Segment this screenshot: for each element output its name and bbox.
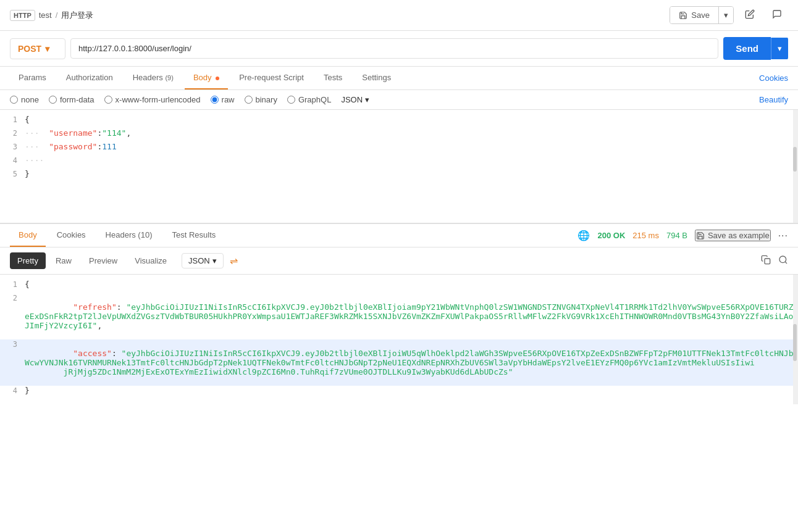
tab-pre-request[interactable]: Pre-request Script	[230, 67, 313, 89]
urlencoded-label: x-www-form-urlencoded	[116, 95, 201, 104]
tab-authorization[interactable]: Authorization	[57, 67, 122, 89]
line-num-5: 5	[0, 169, 25, 178]
headers-badge: (9)	[165, 74, 173, 81]
globe-icon: 🌐	[578, 230, 590, 241]
breadcrumb-current: 用户登录	[61, 10, 93, 21]
send-button-group: Send ▾	[723, 37, 788, 60]
line-num-2: 2	[0, 128, 25, 138]
breadcrumb-test[interactable]: test	[39, 10, 52, 20]
line-content-2: ··· "username":"114",	[25, 128, 798, 138]
comment-button[interactable]	[766, 6, 788, 25]
resp-line-2: 2 "refresh": "eyJhbGciOiJIUzI1NiIsInR5cC…	[0, 293, 798, 339]
status-code: 200 OK	[597, 231, 625, 240]
send-button[interactable]: Send	[723, 37, 771, 60]
header: HTTP test / 用户登录 Save ▾	[0, 0, 798, 31]
response-format-bar: Pretty Raw Preview Visualize JSON ▾ ⇌	[0, 247, 798, 275]
response-code-area[interactable]: 1 { 2 "refresh": "eyJhbGciOiJIUzI1NiIsIn…	[0, 275, 798, 404]
response-json-selector[interactable]: JSON ▾	[182, 253, 224, 268]
search-icon[interactable]	[778, 255, 788, 267]
body-dot	[216, 77, 219, 80]
line-content-3: ··· "password":111	[25, 142, 798, 151]
save-example-label: Save as example	[708, 231, 770, 240]
breadcrumb-separator: /	[56, 10, 58, 20]
response-time: 215 ms	[632, 231, 659, 240]
radio-binary[interactable]: binary	[245, 95, 277, 104]
save-button-group: Save ▾	[670, 6, 734, 24]
method-chevron: ▾	[45, 44, 49, 54]
radio-form-data-input[interactable]	[49, 96, 57, 104]
send-dropdown-button[interactable]: ▾	[771, 38, 788, 59]
tab-tests[interactable]: Tests	[315, 67, 351, 89]
response-json-label: JSON	[188, 256, 210, 265]
comment-icon	[772, 9, 782, 19]
url-bar: POST ▾ Send ▾	[0, 31, 798, 67]
http-badge: HTTP	[10, 10, 35, 21]
save-button[interactable]: Save	[670, 7, 718, 23]
editor-scrollbar[interactable]	[793, 110, 798, 223]
radio-none-input[interactable]	[10, 96, 18, 104]
line-num-3: 3	[0, 142, 25, 151]
code-line-5: 5 }	[0, 169, 798, 183]
resp-line-1: 1 {	[0, 280, 798, 293]
method-selector[interactable]: POST ▾	[10, 38, 65, 59]
edit-button[interactable]	[739, 6, 761, 25]
more-options-button[interactable]: ···	[778, 230, 788, 241]
response-json-chevron: ▾	[212, 256, 217, 265]
resp-line-content-1: {	[25, 280, 798, 289]
resp-line-content-4: }	[25, 386, 798, 395]
resp-line-content-3: "access": "eyJhbGciOiJIUzI1NiIsInR5cCI6I…	[25, 339, 798, 386]
save-icon	[679, 11, 687, 20]
response-tabs-bar: Body Cookies Headers (10) Test Results 🌐…	[0, 224, 798, 247]
radio-urlencoded-input[interactable]	[104, 96, 112, 104]
resp-fmt-preview[interactable]: Preview	[82, 252, 125, 269]
copy-icon[interactable]	[761, 255, 771, 267]
resp-tab-test-results[interactable]: Test Results	[163, 224, 224, 247]
save-example-button[interactable]: Save as example	[695, 230, 771, 241]
tab-settings[interactable]: Settings	[353, 67, 400, 89]
radio-raw[interactable]: raw	[211, 95, 235, 104]
url-input[interactable]	[70, 38, 718, 59]
line-content-1: {	[25, 115, 798, 124]
request-code-editor[interactable]: 1 { 2 ··· "username":"114", 3 ··· "passw…	[0, 110, 798, 224]
line-content-4: ····	[25, 156, 798, 165]
tab-headers[interactable]: Headers (9)	[124, 67, 182, 89]
code-line-4: 4 ····	[0, 156, 798, 169]
radio-raw-input[interactable]	[211, 96, 219, 104]
resp-line-content-2: "refresh": "eyJhbGciOiJIUzI1NiIsInR5cCI6…	[25, 293, 798, 339]
wrap-icon[interactable]: ⇌	[230, 255, 238, 267]
radio-urlencoded[interactable]: x-www-form-urlencoded	[104, 95, 201, 104]
line-num-4: 4	[0, 156, 25, 165]
resp-fmt-pretty[interactable]: Pretty	[10, 252, 46, 269]
tab-params[interactable]: Params	[10, 67, 55, 89]
line-num-1: 1	[0, 115, 25, 124]
response-status-area: 🌐 200 OK 215 ms 794 B Save as example ··…	[578, 230, 788, 241]
resp-line-num-3: 3	[0, 339, 25, 349]
radio-graphql-input[interactable]	[287, 96, 295, 104]
method-label: POST	[18, 44, 41, 54]
svg-line-2	[785, 262, 787, 264]
radio-graphql[interactable]: GraphQL	[287, 95, 331, 104]
line-content-5: }	[25, 169, 798, 178]
none-label: none	[21, 95, 39, 104]
save-label: Save	[691, 10, 710, 20]
binary-label: binary	[256, 95, 277, 104]
resp-tab-cookies[interactable]: Cookies	[48, 224, 94, 247]
form-data-label: form-data	[60, 95, 94, 104]
resp-tab-headers[interactable]: Headers (10)	[97, 224, 161, 247]
resp-fmt-visualize[interactable]: Visualize	[127, 252, 174, 269]
response-scrollbar[interactable]	[793, 275, 798, 404]
radio-binary-input[interactable]	[245, 96, 253, 104]
beautify-link[interactable]: Beautify	[759, 95, 788, 104]
tabs-right: Cookies	[759, 73, 788, 83]
radio-form-data[interactable]: form-data	[49, 95, 94, 104]
resp-tab-body[interactable]: Body	[10, 224, 46, 247]
json-selector[interactable]: JSON ▾	[341, 95, 369, 104]
cookies-link[interactable]: Cookies	[759, 67, 788, 89]
radio-none[interactable]: none	[10, 95, 39, 104]
tab-body[interactable]: Body	[185, 67, 228, 89]
response-size: 794 B	[666, 231, 687, 240]
resp-fmt-raw[interactable]: Raw	[48, 252, 79, 269]
resp-line-3: 3 "access": "eyJhbGciOiJIUzI1NiIsInR5cCI…	[0, 339, 798, 386]
resp-line-num-1: 1	[0, 280, 25, 289]
save-dropdown-button[interactable]: ▾	[718, 7, 733, 23]
